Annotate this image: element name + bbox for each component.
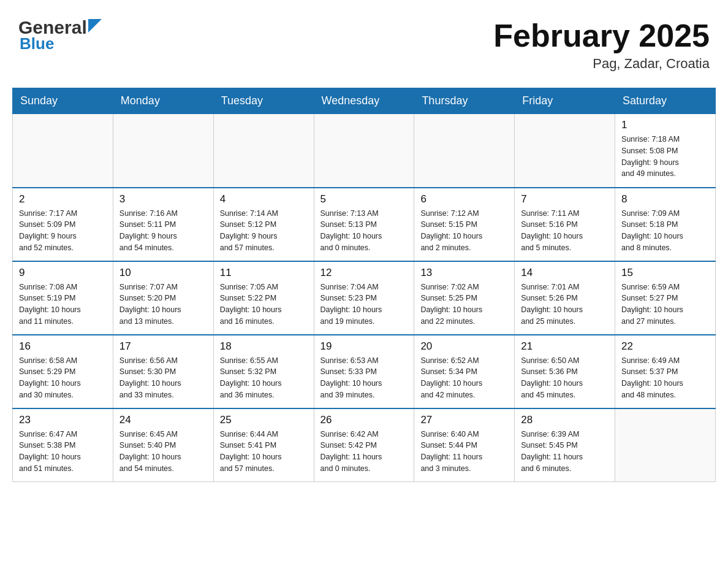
day-number: 3 — [119, 193, 207, 205]
day-number: 6 — [420, 193, 508, 205]
day-number: 20 — [420, 340, 508, 353]
calendar-cell: 16Sunrise: 6:58 AM Sunset: 5:29 PM Dayli… — [13, 335, 113, 408]
day-info: Sunrise: 7:16 AM Sunset: 5:11 PM Dayligh… — [119, 208, 207, 254]
calendar-cell — [213, 114, 314, 188]
calendar-cell: 25Sunrise: 6:44 AM Sunset: 5:41 PM Dayli… — [213, 408, 314, 482]
calendar-cell: 15Sunrise: 6:59 AM Sunset: 5:27 PM Dayli… — [615, 261, 716, 335]
day-info: Sunrise: 7:08 AM Sunset: 5:19 PM Dayligh… — [19, 282, 107, 327]
day-number: 11 — [220, 267, 308, 279]
day-info: Sunrise: 6:53 AM Sunset: 5:33 PM Dayligh… — [320, 355, 408, 401]
day-info: Sunrise: 6:52 AM Sunset: 5:34 PM Dayligh… — [420, 355, 508, 401]
day-number: 22 — [621, 340, 709, 353]
calendar-cell — [113, 114, 213, 188]
month-title: February 2025 — [493, 18, 710, 53]
day-number: 25 — [220, 414, 308, 426]
calendar-week-3: 9Sunrise: 7:08 AM Sunset: 5:19 PM Daylig… — [13, 261, 716, 335]
day-info: Sunrise: 6:58 AM Sunset: 5:29 PM Dayligh… — [19, 355, 107, 401]
calendar-cell: 24Sunrise: 6:45 AM Sunset: 5:40 PM Dayli… — [113, 408, 213, 482]
day-number: 12 — [320, 267, 408, 279]
calendar-header-tuesday: Tuesday — [213, 88, 314, 114]
calendar-cell: 14Sunrise: 7:01 AM Sunset: 5:26 PM Dayli… — [515, 261, 615, 335]
day-info: Sunrise: 6:39 AM Sunset: 5:45 PM Dayligh… — [521, 429, 609, 475]
calendar-cell: 22Sunrise: 6:49 AM Sunset: 5:37 PM Dayli… — [615, 335, 716, 408]
logo: General Blue — [18, 18, 102, 53]
day-number: 24 — [119, 414, 207, 426]
calendar-cell: 3Sunrise: 7:16 AM Sunset: 5:11 PM Daylig… — [113, 188, 213, 261]
calendar-cell: 19Sunrise: 6:53 AM Sunset: 5:33 PM Dayli… — [314, 335, 414, 408]
day-info: Sunrise: 7:09 AM Sunset: 5:18 PM Dayligh… — [621, 208, 709, 254]
day-number: 2 — [19, 193, 107, 205]
calendar-table: SundayMondayTuesdayWednesdayThursdayFrid… — [12, 88, 716, 482]
calendar-cell: 20Sunrise: 6:52 AM Sunset: 5:34 PM Dayli… — [414, 335, 515, 408]
calendar-cell — [13, 114, 113, 188]
calendar-week-5: 23Sunrise: 6:47 AM Sunset: 5:38 PM Dayli… — [13, 408, 716, 482]
svg-marker-0 — [88, 19, 102, 33]
calendar-cell: 8Sunrise: 7:09 AM Sunset: 5:18 PM Daylig… — [615, 188, 716, 261]
day-info: Sunrise: 6:40 AM Sunset: 5:44 PM Dayligh… — [420, 429, 508, 475]
logo-blue: Blue — [18, 34, 54, 53]
day-number: 26 — [320, 414, 408, 426]
calendar-header-sunday: Sunday — [13, 88, 113, 114]
calendar-header-friday: Friday — [515, 88, 615, 114]
day-info: Sunrise: 7:14 AM Sunset: 5:12 PM Dayligh… — [220, 208, 308, 254]
day-info: Sunrise: 6:55 AM Sunset: 5:32 PM Dayligh… — [220, 355, 308, 401]
day-number: 10 — [119, 267, 207, 279]
calendar-cell — [414, 114, 515, 188]
calendar-cell: 27Sunrise: 6:40 AM Sunset: 5:44 PM Dayli… — [414, 408, 515, 482]
location: Pag, Zadar, Croatia — [493, 56, 710, 72]
calendar-cell: 11Sunrise: 7:05 AM Sunset: 5:22 PM Dayli… — [213, 261, 314, 335]
day-info: Sunrise: 7:01 AM Sunset: 5:26 PM Dayligh… — [521, 282, 609, 327]
day-info: Sunrise: 7:05 AM Sunset: 5:22 PM Dayligh… — [220, 282, 308, 327]
day-info: Sunrise: 6:47 AM Sunset: 5:38 PM Dayligh… — [19, 429, 107, 475]
title-section: February 2025 Pag, Zadar, Croatia — [493, 18, 710, 72]
calendar-week-1: 1Sunrise: 7:18 AM Sunset: 5:08 PM Daylig… — [13, 114, 716, 188]
calendar-cell: 5Sunrise: 7:13 AM Sunset: 5:13 PM Daylig… — [314, 188, 414, 261]
day-info: Sunrise: 6:59 AM Sunset: 5:27 PM Dayligh… — [621, 282, 709, 327]
day-info: Sunrise: 7:12 AM Sunset: 5:15 PM Dayligh… — [420, 208, 508, 254]
page-header: General Blue February 2025 Pag, Zadar, C… — [12, 12, 716, 78]
day-number: 28 — [521, 414, 609, 426]
day-info: Sunrise: 6:50 AM Sunset: 5:36 PM Dayligh… — [521, 355, 609, 401]
calendar-header-wednesday: Wednesday — [314, 88, 414, 114]
calendar-cell: 12Sunrise: 7:04 AM Sunset: 5:23 PM Dayli… — [314, 261, 414, 335]
calendar-header-monday: Monday — [113, 88, 213, 114]
day-info: Sunrise: 7:04 AM Sunset: 5:23 PM Dayligh… — [320, 282, 408, 327]
calendar-cell: 13Sunrise: 7:02 AM Sunset: 5:25 PM Dayli… — [414, 261, 515, 335]
calendar-week-2: 2Sunrise: 7:17 AM Sunset: 5:09 PM Daylig… — [13, 188, 716, 261]
day-number: 16 — [19, 340, 107, 353]
calendar-cell: 6Sunrise: 7:12 AM Sunset: 5:15 PM Daylig… — [414, 188, 515, 261]
day-number: 14 — [521, 267, 609, 279]
day-number: 5 — [320, 193, 408, 205]
calendar-cell: 2Sunrise: 7:17 AM Sunset: 5:09 PM Daylig… — [13, 188, 113, 261]
day-number: 17 — [119, 340, 207, 353]
day-info: Sunrise: 7:13 AM Sunset: 5:13 PM Dayligh… — [320, 208, 408, 254]
calendar-cell: 26Sunrise: 6:42 AM Sunset: 5:42 PM Dayli… — [314, 408, 414, 482]
day-number: 15 — [621, 267, 709, 279]
calendar-cell: 18Sunrise: 6:55 AM Sunset: 5:32 PM Dayli… — [213, 335, 314, 408]
day-number: 19 — [320, 340, 408, 353]
day-number: 7 — [521, 193, 609, 205]
day-info: Sunrise: 6:44 AM Sunset: 5:41 PM Dayligh… — [220, 429, 308, 475]
calendar-cell: 9Sunrise: 7:08 AM Sunset: 5:19 PM Daylig… — [13, 261, 113, 335]
calendar-cell: 4Sunrise: 7:14 AM Sunset: 5:12 PM Daylig… — [213, 188, 314, 261]
calendar-cell: 28Sunrise: 6:39 AM Sunset: 5:45 PM Dayli… — [515, 408, 615, 482]
day-number: 1 — [621, 119, 709, 131]
calendar-cell: 23Sunrise: 6:47 AM Sunset: 5:38 PM Dayli… — [13, 408, 113, 482]
calendar-week-4: 16Sunrise: 6:58 AM Sunset: 5:29 PM Dayli… — [13, 335, 716, 408]
day-info: Sunrise: 7:18 AM Sunset: 5:08 PM Dayligh… — [621, 134, 709, 180]
calendar-cell — [515, 114, 615, 188]
day-number: 4 — [220, 193, 308, 205]
logo-arrow-icon — [88, 19, 102, 33]
day-number: 9 — [19, 267, 107, 279]
calendar-cell: 1Sunrise: 7:18 AM Sunset: 5:08 PM Daylig… — [615, 114, 716, 188]
day-info: Sunrise: 7:11 AM Sunset: 5:16 PM Dayligh… — [521, 208, 609, 254]
calendar-header-row: SundayMondayTuesdayWednesdayThursdayFrid… — [13, 88, 716, 114]
day-number: 18 — [220, 340, 308, 353]
day-number: 23 — [19, 414, 107, 426]
calendar-cell: 10Sunrise: 7:07 AM Sunset: 5:20 PM Dayli… — [113, 261, 213, 335]
day-info: Sunrise: 6:45 AM Sunset: 5:40 PM Dayligh… — [119, 429, 207, 475]
day-info: Sunrise: 6:49 AM Sunset: 5:37 PM Dayligh… — [621, 355, 709, 401]
day-info: Sunrise: 7:17 AM Sunset: 5:09 PM Dayligh… — [19, 208, 107, 254]
calendar-cell — [314, 114, 414, 188]
day-info: Sunrise: 7:02 AM Sunset: 5:25 PM Dayligh… — [420, 282, 508, 327]
